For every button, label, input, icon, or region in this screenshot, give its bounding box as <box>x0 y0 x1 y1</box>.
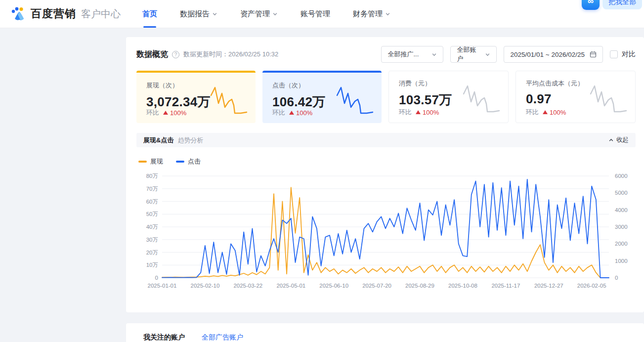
brand-name: 百度营销 <box>31 6 76 21</box>
svg-text:2025-10-08: 2025-10-08 <box>448 283 477 289</box>
arrow-up-icon <box>416 110 421 114</box>
svg-text:2000: 2000 <box>615 241 628 247</box>
compare-toggle[interactable]: 对比 <box>610 50 636 59</box>
date-range-picker[interactable]: 2025/01/01 ~ 2026/02/25 <box>504 46 603 63</box>
help-icon[interactable]: ? <box>172 51 179 58</box>
svg-text:2025-08-29: 2025-08-29 <box>405 283 434 289</box>
chevron-down-icon <box>431 52 437 57</box>
nav-item-finance-mgmt[interactable]: 财务管理 <box>353 0 390 28</box>
watched-accounts-card: 我关注的账户 全部广告账户 <box>126 323 644 342</box>
svg-text:3000: 3000 <box>615 224 628 230</box>
arrow-up-icon <box>289 111 294 115</box>
trend-subtitle: 趋势分析 <box>177 136 203 145</box>
svg-text:2025-07-20: 2025-07-20 <box>362 283 391 289</box>
stat-card-avg-cpc[interactable]: 平均点击成本（元） 0.97 环比 100% <box>515 71 636 123</box>
stat-card-impressions[interactable]: 展现（次） 3,072.34万 环比 100% <box>136 71 256 123</box>
arrow-up-icon <box>163 111 168 115</box>
data-overview-card: 数据概览 ? 数据更新时间：2026/02/25 10:32 全部推广... 全… <box>126 37 644 312</box>
sparkline <box>588 83 628 116</box>
sparkline <box>461 83 501 116</box>
svg-text:70万: 70万 <box>146 186 158 192</box>
trend-title: 展现&点击 <box>143 136 173 145</box>
svg-text:4000: 4000 <box>615 207 628 213</box>
svg-text:2025-06-10: 2025-06-10 <box>319 283 348 289</box>
chevron-down-icon <box>272 11 278 17</box>
chevron-down-icon <box>485 52 490 57</box>
chevron-down-icon <box>212 11 217 17</box>
page-body: 数据概览 ? 数据更新时间：2026/02/25 10:32 全部推广... 全… <box>0 28 644 342</box>
filter-bar: 全部推广... 全部账户 2025/01/01 ~ 2026/02/25 <box>381 46 636 63</box>
svg-text:40万: 40万 <box>146 224 158 230</box>
svg-text:0: 0 <box>155 275 158 281</box>
brand-logo[interactable]: 百度营销 客户中心 <box>10 6 121 21</box>
sparkline <box>208 85 249 117</box>
collapse-button[interactable]: 收起 <box>608 136 629 144</box>
baidu-paw-icon <box>10 6 27 21</box>
update-time: 数据更新时间：2026/02/25 10:32 <box>183 50 278 59</box>
stat-card-cost[interactable]: 消费（元） 103.57万 环比 100% <box>388 71 509 123</box>
legend-swatch <box>176 161 184 163</box>
top-nav: 百度营销 客户中心 首页 数据报告 资产管理 账号管理 财务管理 <box>0 0 644 28</box>
tab-all-ad-accounts[interactable]: 全部广告账户 <box>202 333 243 342</box>
line-chart[interactable]: 80万70万60万50万40万30万20万10万0600050004000300… <box>136 169 636 294</box>
account-select[interactable]: 全部账户 <box>450 46 497 63</box>
legend-swatch <box>138 161 147 163</box>
svg-text:80万: 80万 <box>146 173 158 179</box>
trend-chart[interactable]: 80万70万60万50万40万30万20万10万0600050004000300… <box>136 169 636 296</box>
svg-text:2026-02-05: 2026-02-05 <box>577 283 606 289</box>
floating-assistant[interactable]: ∞ 把我全部 <box>582 0 642 10</box>
svg-text:2025-01-01: 2025-01-01 <box>148 283 177 289</box>
nav-item-asset-mgmt[interactable]: 资产管理 <box>240 0 278 28</box>
svg-text:2025-11-17: 2025-11-17 <box>491 283 520 289</box>
sparkline <box>334 85 375 117</box>
svg-text:5000: 5000 <box>615 190 628 196</box>
svg-text:1000: 1000 <box>615 258 628 264</box>
svg-text:60万: 60万 <box>146 199 158 205</box>
glasses-icon[interactable]: ∞ <box>582 0 600 10</box>
svg-text:0: 0 <box>615 275 618 281</box>
legend-clicks[interactable]: 点击 <box>176 157 201 166</box>
svg-text:20万: 20万 <box>146 250 158 256</box>
promotion-select[interactable]: 全部推广... <box>381 46 443 63</box>
accounts-tabs: 我关注的账户 全部广告账户 <box>143 333 636 342</box>
nav-item-account-mgmt[interactable]: 账号管理 <box>301 0 330 28</box>
svg-text:2025-05-01: 2025-05-01 <box>276 283 305 289</box>
stat-card-clicks[interactable]: 点击（次） 106.42万 环比 100% <box>262 71 382 123</box>
svg-text:2025-03-22: 2025-03-22 <box>233 283 262 289</box>
tab-my-watched-accounts[interactable]: 我关注的账户 <box>143 333 185 342</box>
main-menu: 首页 数据报告 资产管理 账号管理 财务管理 <box>142 0 390 28</box>
svg-text:6000: 6000 <box>615 173 628 179</box>
brand-suffix: 客户中心 <box>81 7 121 21</box>
chart-legend: 展现 点击 <box>138 157 636 166</box>
page-title: 数据概览 <box>136 49 168 60</box>
arrow-up-icon <box>543 110 548 114</box>
svg-text:30万: 30万 <box>146 237 158 243</box>
nav-item-home[interactable]: 首页 <box>142 0 157 28</box>
svg-text:10万: 10万 <box>146 262 158 268</box>
calendar-icon <box>590 51 597 58</box>
svg-text:50万: 50万 <box>146 211 158 217</box>
nav-item-data-report[interactable]: 数据报告 <box>180 0 217 28</box>
compare-checkbox[interactable] <box>610 50 618 58</box>
overview-header: 数据概览 ? 数据更新时间：2026/02/25 10:32 全部推广... 全… <box>136 46 636 63</box>
trend-section-bar: 展现&点击 趋势分析 收起 <box>136 133 636 147</box>
svg-text:2025-02-10: 2025-02-10 <box>190 283 219 289</box>
chevron-up-icon <box>608 137 614 143</box>
stat-cards-row: 展现（次） 3,072.34万 环比 100% 点击（次） 106.42万 环比… <box>136 71 636 123</box>
legend-impressions[interactable]: 展现 <box>138 157 163 166</box>
assistant-label[interactable]: 把我全部 <box>602 0 642 9</box>
svg-text:2025-12-27: 2025-12-27 <box>534 283 563 289</box>
chevron-down-icon <box>385 11 390 17</box>
